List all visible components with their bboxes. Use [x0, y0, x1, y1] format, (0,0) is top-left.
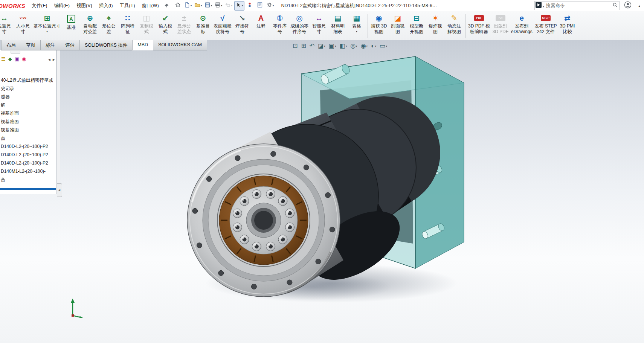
tab-annotation[interactable]: 标注 — [40, 40, 60, 50]
ribbon-button-basic-location-dimension[interactable]: ⊞基本位置尺寸 — [32, 12, 62, 32]
tree-item[interactable]: D140M1-L2-(20~100)- — [0, 167, 56, 175]
menu-item[interactable]: 插入(I) — [96, 1, 116, 11]
open-icon — [194, 2, 200, 9]
ribbon-button-section-view-cmd[interactable]: ◪剖面视图 — [388, 12, 407, 35]
ribbon-button-publish-step-242[interactable]: STEP发布 STEP242 文件 — [534, 12, 558, 35]
select-button[interactable] — [234, 1, 244, 11]
tree-item[interactable]: 感器 — [0, 93, 56, 101]
graphics-area[interactable] — [0, 40, 644, 343]
menu-item[interactable]: 视图(V) — [73, 1, 96, 11]
ribbon-button-capture-3d-view[interactable]: ◉捕获 3D视图 — [369, 12, 388, 35]
apply-scene-icon[interactable]: ◐ — [370, 43, 377, 49]
ribbon-button-balloon[interactable]: ①零件序号 — [270, 12, 289, 35]
panel-tabs-scroll-right-icon[interactable] — [53, 55, 55, 62]
panel-tabs-scroll-left-icon[interactable] — [48, 55, 50, 62]
ribbon-button-geometric-tolerance[interactable]: ⌖形位公差 — [99, 12, 118, 35]
search-icon[interactable] — [612, 2, 618, 9]
ribbon-button-stacked-balloon[interactable]: ◎成组的零件序号 — [289, 12, 310, 35]
ribbon-button-pattern-feature[interactable]: ∷阵列特征 — [118, 12, 137, 35]
menu-item[interactable]: 编辑(E) — [50, 1, 73, 11]
ribbon-button-show-tolerance-status[interactable]: ±显示公差状态 — [175, 12, 194, 35]
ribbon-button-size-dimension[interactable]: x.xx大小尺寸 — [14, 12, 32, 35]
tab-solidworks-addins[interactable]: SOLIDWORKS 插件 — [79, 40, 133, 50]
zoom-to-fit-icon[interactable]: ⊡ — [291, 43, 299, 49]
ribbon-button-note[interactable]: A注释 — [252, 12, 270, 29]
stacked-balloon-icon: ◎ — [296, 13, 302, 23]
ribbon-button-position-dimension[interactable]: ↔位置尺寸 — [0, 12, 14, 35]
menu-item[interactable]: 文件(F) — [28, 1, 50, 11]
tree-item[interactable]: 合 — [0, 175, 56, 184]
search-scope-dropdown-icon[interactable] — [543, 2, 544, 9]
ribbon-button-weld-symbol[interactable]: ↘焊接符号 — [233, 12, 252, 35]
tab-evaluate[interactable]: 评估 — [60, 40, 80, 50]
tree-item[interactable]: 视基准面 — [0, 126, 56, 134]
print-button[interactable] — [214, 2, 223, 10]
panel-splitter[interactable] — [0, 50, 56, 55]
tab-sketch[interactable]: 草图 — [21, 40, 41, 50]
tree-item[interactable]: D140D-L2-(20~100)-P2 — [0, 142, 56, 151]
view-orientation-icon[interactable]: ▣ — [328, 43, 337, 49]
options-button[interactable] — [266, 2, 275, 10]
file-properties-button[interactable] — [255, 2, 265, 10]
edit-appearance-icon[interactable]: ◉ — [360, 43, 369, 49]
user-account-icon[interactable] — [624, 1, 632, 10]
hide-show-items-icon[interactable]: ◎ — [349, 43, 358, 49]
ribbon-button-label: 号 — [278, 29, 282, 35]
tab-layout[interactable]: 布局 — [1, 40, 21, 50]
ribbon-button-label: 基准目 — [196, 23, 210, 29]
origin-triad[interactable] — [69, 297, 85, 318]
ribbon-button-bill-of-materials[interactable]: ▤材料明细表 — [328, 12, 347, 35]
displaymanager-tab[interactable]: ◉ — [22, 56, 26, 61]
save-button[interactable] — [204, 2, 213, 10]
tree-item[interactable]: D140D-L2-(20~100)-P2 — [0, 159, 56, 167]
tree-item[interactable]: 40-L2盘式输出精密行星减 — [0, 76, 56, 84]
rebuild-button[interactable] — [245, 2, 255, 10]
ribbon-button-datum-target[interactable]: ⊙基准目标 — [194, 12, 212, 35]
tab-mbd[interactable]: MBD — [132, 40, 153, 50]
display-style-icon[interactable]: ◧ — [339, 43, 348, 49]
toolbar-collapse-icon[interactable]: ▴ — [636, 4, 642, 8]
ribbon-button-label: 捕获 3D — [371, 23, 387, 29]
home-button[interactable] — [173, 2, 183, 10]
ribbon-button-break-view[interactable]: ⊟模型断开视图 — [407, 12, 426, 35]
zoom-to-area-icon[interactable]: ⊞ — [300, 43, 307, 49]
previous-view-icon[interactable]: ↶ — [308, 43, 316, 49]
ribbon-button-copy-scheme[interactable]: ◫复制模式 — [137, 12, 156, 35]
tree-item[interactable]: 史记录 — [0, 84, 56, 93]
tree-item[interactable]: 视基准面 — [0, 109, 56, 117]
section-view-icon[interactable]: ◪ — [317, 43, 327, 49]
ribbon-button-publish-to-3d-pdf[interactable]: PDF出版到3D PDF — [491, 12, 510, 35]
dropdown-arrow-icon — [46, 29, 48, 32]
undo-button[interactable] — [224, 2, 233, 10]
rollback-bar[interactable] — [0, 188, 56, 190]
ribbon-button-auto-pair-tolerance[interactable]: ⊕自动配对公差 — [81, 12, 99, 35]
menu-item[interactable]: 工具(T) — [116, 1, 138, 11]
search-scope-icon[interactable] — [536, 2, 542, 9]
pin-menu-icon[interactable] — [164, 3, 169, 8]
ribbon-button-3d-pdf-template-editor[interactable]: PDF3D PDF 模板编辑器 — [467, 12, 491, 35]
model-canvas[interactable] — [0, 40, 644, 343]
ribbon-button-3d-pmi-compare[interactable]: ⇄3D PMI比较 — [558, 12, 577, 35]
ribbon-button-surface-finish[interactable]: √表面粗糙度符号 — [212, 12, 233, 35]
menu-item[interactable]: 窗口(W) — [138, 1, 162, 11]
ribbon-button-publish-edrawings[interactable]: e发布到eDrawings — [510, 12, 534, 35]
ribbon-button-datum[interactable]: A基准 — [62, 12, 81, 30]
tree-item[interactable]: 解 — [0, 101, 56, 109]
open-button[interactable] — [194, 2, 203, 10]
new-document-button[interactable] — [183, 2, 193, 10]
ribbon-button-dynamic-annotation-views[interactable]: ✎动态注解视图 — [445, 12, 464, 35]
view-settings-icon[interactable]: ▭ — [378, 43, 388, 49]
tree-item[interactable]: 点 — [0, 134, 56, 142]
panel-collapse-handle[interactable] — [57, 183, 62, 197]
tab-solidworks-cam[interactable]: SOLIDWORKS CAM — [153, 40, 207, 50]
ribbon-button-import-scheme[interactable]: ↙输入模式 — [156, 12, 175, 35]
ribbon-button-tables[interactable]: ▦表格 — [347, 12, 366, 32]
tree-item[interactable]: 视基准面 — [0, 117, 56, 126]
ribbon-button-exploded-view[interactable]: ✶爆炸视图 — [426, 12, 445, 35]
ribbon-button-smart-dimension[interactable]: ↔智能尺寸 — [310, 12, 328, 35]
search-input[interactable] — [545, 3, 611, 9]
featuremanager-tab[interactable]: ☰ — [1, 56, 6, 61]
tree-item[interactable]: D140D-L2-(20~100)-P2 — [0, 151, 56, 159]
configurationmanager-tab[interactable]: ▣ — [15, 56, 19, 61]
propertymanager-tab[interactable]: ◆ — [8, 56, 12, 61]
